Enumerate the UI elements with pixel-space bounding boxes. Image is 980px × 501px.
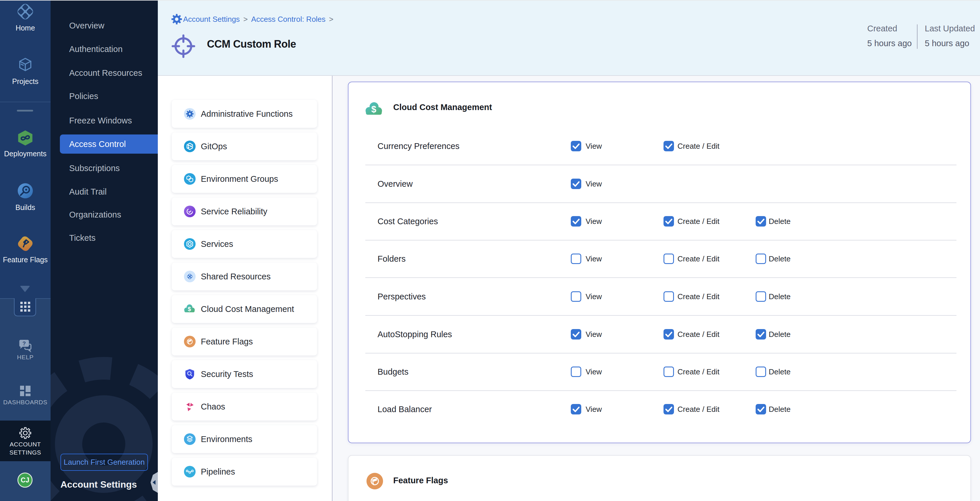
svg-text:?: ? — [22, 340, 26, 347]
svg-text:$: $ — [188, 306, 191, 312]
svg-text:$: $ — [371, 104, 376, 114]
